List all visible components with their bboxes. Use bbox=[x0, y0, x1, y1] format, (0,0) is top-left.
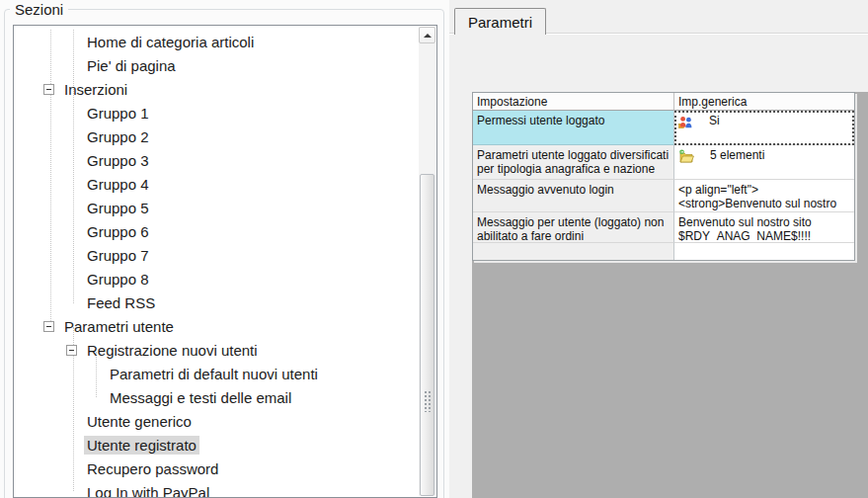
setting-cell[interactable] bbox=[473, 243, 674, 260]
sections-panel: Sezioni Home di categoria articoliPie' d… bbox=[0, 0, 449, 498]
tree-item-label: Gruppo 7 bbox=[84, 246, 152, 265]
tree-item-label: Gruppo 3 bbox=[84, 151, 152, 170]
setting-cell[interactable]: Parametri utente loggato diversificati p… bbox=[473, 145, 674, 180]
tree-item-label: Parametri di default nuovi utenti bbox=[107, 365, 321, 383]
tree-item-registrazione-nuovi-utenti[interactable]: Registrazione nuovi utenti bbox=[14, 338, 419, 362]
tree-item-label: Registrazione nuovi utenti bbox=[84, 341, 261, 360]
sections-group-title: Sezioni bbox=[10, 1, 68, 18]
value-cell[interactable]: Benvenuto sul nostro sito $RDY_ANAG_NAME… bbox=[674, 212, 854, 243]
column-header-imp-generica[interactable]: Imp.generica bbox=[674, 93, 854, 111]
tree-item-label: Gruppo 4 bbox=[84, 175, 152, 194]
tree-item-label: Feed RSS bbox=[84, 293, 158, 312]
value-cell[interactable]: Si bbox=[674, 111, 854, 145]
parameters-table: Impostazione Imp.generica Permessi utent… bbox=[472, 92, 855, 261]
tree-item-label: Home di categoria articoli bbox=[84, 33, 257, 51]
tree-item-label: Gruppo 6 bbox=[84, 222, 152, 241]
tree-item-pie-di-pagina[interactable]: Pie' di pagina bbox=[14, 53, 419, 77]
tree-rows: Home di categoria articoliPie' di pagina… bbox=[14, 30, 419, 498]
tree-item-feed-rss[interactable]: Feed RSS bbox=[14, 290, 419, 314]
tree-item-gruppo-1[interactable]: Gruppo 1 bbox=[14, 101, 419, 124]
column-header-impostazione[interactable]: Impostazione bbox=[473, 93, 674, 111]
tree-item-label: Gruppo 2 bbox=[84, 127, 152, 146]
tree-item-label: Recupero password bbox=[84, 459, 221, 478]
tree-item-label: Messaggi e testi delle email bbox=[107, 388, 294, 407]
value-text: 5 elementi bbox=[710, 148, 764, 162]
value-cell[interactable]: 5 elementi bbox=[674, 145, 854, 180]
tree-item-gruppo-4[interactable]: Gruppo 4 bbox=[14, 172, 419, 196]
tree-item-label: Utente generico bbox=[84, 412, 195, 431]
tree-item-messaggi-e-testi-delle-email[interactable]: Messaggi e testi delle email bbox=[14, 385, 419, 409]
tree-item-utente-generico[interactable]: Utente generico bbox=[14, 409, 419, 433]
tab-parametri[interactable]: Parametri bbox=[454, 8, 546, 35]
scrollbar-thumb[interactable] bbox=[420, 174, 434, 496]
tree-item-label: Parametri utente bbox=[61, 317, 177, 336]
tree-item-recupero-password[interactable]: Recupero password bbox=[14, 456, 419, 480]
value-cell[interactable]: <p align="left"><strong>Benvenuto sul no… bbox=[674, 180, 854, 212]
scroll-up-arrow-icon[interactable] bbox=[419, 27, 435, 43]
tree-item-log-in-with-paypal[interactable]: Log In with PayPal bbox=[14, 480, 419, 498]
tree-item-utente-registrato[interactable]: Utente registrato bbox=[14, 433, 419, 456]
tree-item-home-di-categoria-articoli[interactable]: Home di categoria articoli bbox=[14, 30, 419, 53]
tree-item-label: Gruppo 5 bbox=[84, 199, 152, 217]
sections-tree[interactable]: Home di categoria articoliPie' di pagina… bbox=[13, 25, 437, 498]
users-permission-icon bbox=[678, 115, 693, 129]
tree-item-gruppo-5[interactable]: Gruppo 5 bbox=[14, 196, 419, 219]
value-text: Si bbox=[709, 114, 720, 127]
tree-item-gruppo-7[interactable]: Gruppo 7 bbox=[14, 243, 419, 267]
tree-item-parametri-utente[interactable]: Parametri utente bbox=[14, 314, 419, 338]
value-text: Benvenuto sul nostro sito $RDY_ANAG_NAME… bbox=[678, 215, 812, 243]
tree-scrollbar[interactable] bbox=[419, 27, 435, 496]
collapse-expander-icon[interactable] bbox=[43, 321, 54, 332]
tree-item-gruppo-2[interactable]: Gruppo 2 bbox=[14, 124, 419, 148]
tree-item-parametri-di-default-nuovi-utenti[interactable]: Parametri di default nuovi utenti bbox=[14, 362, 419, 385]
tree-item-label: Log In with PayPal bbox=[84, 483, 212, 498]
tree-item-label: Utente registrato bbox=[84, 436, 199, 455]
tree-item-inserzioni[interactable]: Inserzioni bbox=[14, 77, 419, 101]
setting-cell[interactable]: Messaggio per utente (loggato) non abili… bbox=[473, 212, 674, 243]
tree-item-gruppo-6[interactable]: Gruppo 6 bbox=[14, 219, 419, 243]
collapse-expander-icon[interactable] bbox=[43, 84, 54, 95]
tree-item-gruppo-8[interactable]: Gruppo 8 bbox=[14, 267, 419, 290]
collapse-expander-icon[interactable] bbox=[66, 345, 77, 356]
tree-item-label: Inserzioni bbox=[61, 80, 130, 99]
tree-item-label: Gruppo 1 bbox=[84, 104, 152, 123]
setting-cell[interactable]: Permessi utente loggato bbox=[473, 111, 674, 145]
value-cell[interactable] bbox=[674, 243, 854, 260]
tree-item-label: Gruppo 8 bbox=[84, 270, 152, 289]
tree-item-label: Pie' di pagina bbox=[84, 56, 179, 75]
tree-item-gruppo-3[interactable]: Gruppo 3 bbox=[14, 148, 419, 172]
app-window: Sezioni Home di categoria articoliPie' d… bbox=[0, 0, 868, 498]
setting-cell[interactable]: Messaggio avvenuto login bbox=[473, 180, 674, 212]
folder-icon bbox=[678, 149, 694, 164]
value-text: <p align="left"><strong>Benvenuto sul no… bbox=[678, 183, 836, 212]
scrollbar-grip-icon bbox=[424, 390, 433, 412]
parameters-panel: Parametri Impostazione Imp.generica Perm… bbox=[449, 0, 868, 498]
